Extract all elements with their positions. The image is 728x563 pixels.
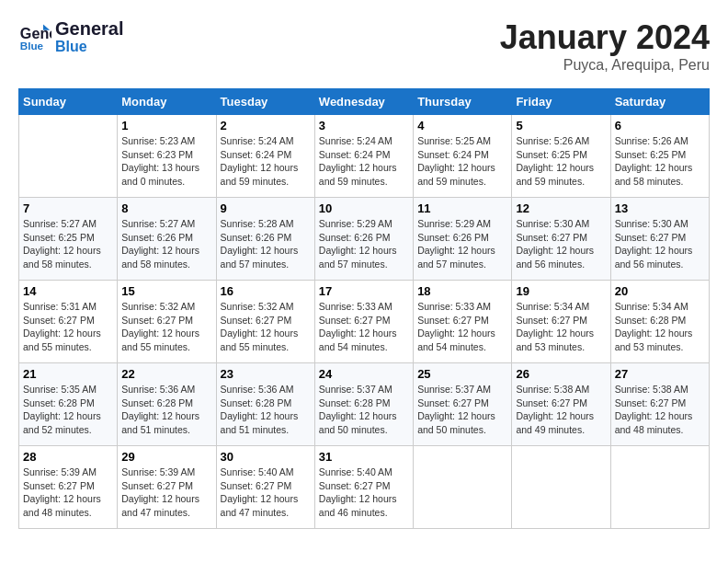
day-number: 14 [23,284,113,298]
calendar-cell: 21Sunrise: 5:35 AM Sunset: 6:28 PM Dayli… [19,363,118,446]
calendar-cell: 14Sunrise: 5:31 AM Sunset: 6:27 PM Dayli… [19,281,118,363]
calendar-cell: 30Sunrise: 5:40 AM Sunset: 6:27 PM Dayli… [216,446,314,529]
day-number: 1 [121,119,211,132]
day-number: 23 [221,367,311,381]
day-number: 27 [615,367,705,381]
calendar-cell: 13Sunrise: 5:30 AM Sunset: 6:27 PM Dayli… [610,198,709,281]
calendar-cell: 28Sunrise: 5:39 AM Sunset: 6:27 PM Dayli… [19,446,118,529]
page-header: General Blue General Blue January 2024 P… [18,18,710,74]
calendar-cell: 25Sunrise: 5:37 AM Sunset: 6:27 PM Dayli… [414,363,512,446]
day-number: 17 [319,284,409,298]
calendar-cell: 4Sunrise: 5:25 AM Sunset: 6:24 PM Daylig… [414,115,512,198]
calendar-cell [19,115,118,198]
day-number: 4 [417,119,507,132]
cell-info: Sunrise: 5:23 AM Sunset: 6:23 PM Dayligh… [121,134,211,189]
calendar-cell: 3Sunrise: 5:24 AM Sunset: 6:24 PM Daylig… [314,115,413,198]
calendar-cell: 12Sunrise: 5:30 AM Sunset: 6:27 PM Dayli… [512,198,610,281]
cell-info: Sunrise: 5:29 AM Sunset: 6:26 PM Dayligh… [417,217,507,271]
calendar-week-row: 21Sunrise: 5:35 AM Sunset: 6:28 PM Dayli… [19,363,710,446]
calendar-cell: 18Sunrise: 5:33 AM Sunset: 6:27 PM Dayli… [414,281,512,363]
day-number: 11 [417,201,507,215]
calendar-cell: 29Sunrise: 5:39 AM Sunset: 6:27 PM Dayli… [118,446,216,529]
calendar-week-row: 28Sunrise: 5:39 AM Sunset: 6:27 PM Dayli… [19,446,710,529]
day-number: 5 [516,119,606,132]
calendar-cell: 16Sunrise: 5:32 AM Sunset: 6:27 PM Dayli… [216,281,314,363]
calendar-week-row: 14Sunrise: 5:31 AM Sunset: 6:27 PM Dayli… [19,281,710,363]
day-of-week-header: Saturday [610,89,709,115]
logo-text-line1: General [55,18,123,39]
cell-info: Sunrise: 5:24 AM Sunset: 6:24 PM Dayligh… [221,134,311,189]
logo: General Blue General Blue [18,18,123,55]
calendar-cell: 19Sunrise: 5:34 AM Sunset: 6:27 PM Dayli… [512,281,610,363]
day-number: 30 [221,450,311,464]
cell-info: Sunrise: 5:34 AM Sunset: 6:27 PM Dayligh… [516,300,606,354]
calendar-cell: 17Sunrise: 5:33 AM Sunset: 6:27 PM Dayli… [314,281,413,363]
calendar-cell: 1Sunrise: 5:23 AM Sunset: 6:23 PM Daylig… [118,115,216,198]
calendar-cell: 2Sunrise: 5:24 AM Sunset: 6:24 PM Daylig… [216,115,314,198]
day-number: 26 [516,367,606,381]
calendar-cell: 11Sunrise: 5:29 AM Sunset: 6:26 PM Dayli… [414,198,512,281]
title-block: January 2024 Puyca, Arequipa, Peru [500,18,710,74]
day-of-week-header: Wednesday [314,89,413,115]
cell-info: Sunrise: 5:26 AM Sunset: 6:25 PM Dayligh… [516,134,606,189]
day-number: 29 [121,450,211,464]
cell-info: Sunrise: 5:28 AM Sunset: 6:26 PM Dayligh… [221,217,311,271]
day-number: 15 [121,284,211,298]
day-number: 31 [319,450,409,464]
cell-info: Sunrise: 5:25 AM Sunset: 6:24 PM Dayligh… [417,134,507,189]
calendar-cell: 20Sunrise: 5:34 AM Sunset: 6:28 PM Dayli… [610,281,709,363]
cell-info: Sunrise: 5:37 AM Sunset: 6:27 PM Dayligh… [417,383,507,437]
day-of-week-header: Thursday [414,89,512,115]
calendar-cell: 7Sunrise: 5:27 AM Sunset: 6:25 PM Daylig… [19,198,118,281]
header-row: SundayMondayTuesdayWednesdayThursdayFrid… [19,89,710,115]
day-of-week-header: Monday [118,89,216,115]
day-number: 16 [221,284,311,298]
day-number: 12 [516,201,606,215]
calendar-cell [512,446,610,529]
calendar-cell [414,446,512,529]
day-of-week-header: Friday [512,89,610,115]
calendar-cell: 15Sunrise: 5:32 AM Sunset: 6:27 PM Dayli… [118,281,216,363]
day-number: 19 [516,284,606,298]
calendar-week-row: 7Sunrise: 5:27 AM Sunset: 6:25 PM Daylig… [19,198,710,281]
calendar-body: 1Sunrise: 5:23 AM Sunset: 6:23 PM Daylig… [19,115,710,529]
day-number: 6 [615,119,705,132]
cell-info: Sunrise: 5:36 AM Sunset: 6:28 PM Dayligh… [221,383,311,437]
cell-info: Sunrise: 5:32 AM Sunset: 6:27 PM Dayligh… [121,300,211,354]
cell-info: Sunrise: 5:27 AM Sunset: 6:26 PM Dayligh… [121,217,211,271]
cell-info: Sunrise: 5:34 AM Sunset: 6:28 PM Dayligh… [615,300,705,354]
day-number: 13 [615,201,705,215]
day-number: 21 [23,367,113,381]
day-of-week-header: Sunday [19,89,118,115]
cell-info: Sunrise: 5:32 AM Sunset: 6:27 PM Dayligh… [221,300,311,354]
calendar-cell: 27Sunrise: 5:38 AM Sunset: 6:27 PM Dayli… [610,363,709,446]
calendar-cell: 5Sunrise: 5:26 AM Sunset: 6:25 PM Daylig… [512,115,610,198]
calendar-cell: 31Sunrise: 5:40 AM Sunset: 6:27 PM Dayli… [314,446,413,529]
day-number: 22 [121,367,211,381]
cell-info: Sunrise: 5:39 AM Sunset: 6:27 PM Dayligh… [23,465,113,520]
day-number: 7 [23,201,113,215]
day-number: 24 [319,367,409,381]
day-number: 18 [417,284,507,298]
logo-icon: General Blue [18,20,51,53]
page-subtitle: Puyca, Arequipa, Peru [500,57,710,74]
day-number: 3 [319,119,409,132]
calendar-cell: 10Sunrise: 5:29 AM Sunset: 6:26 PM Dayli… [314,198,413,281]
cell-info: Sunrise: 5:36 AM Sunset: 6:28 PM Dayligh… [121,383,211,437]
calendar-week-row: 1Sunrise: 5:23 AM Sunset: 6:23 PM Daylig… [19,115,710,198]
calendar-cell: 9Sunrise: 5:28 AM Sunset: 6:26 PM Daylig… [216,198,314,281]
calendar-cell: 26Sunrise: 5:38 AM Sunset: 6:27 PM Dayli… [512,363,610,446]
cell-info: Sunrise: 5:33 AM Sunset: 6:27 PM Dayligh… [417,300,507,354]
day-of-week-header: Tuesday [216,89,314,115]
cell-info: Sunrise: 5:26 AM Sunset: 6:25 PM Dayligh… [615,134,705,189]
cell-info: Sunrise: 5:40 AM Sunset: 6:27 PM Dayligh… [221,465,311,520]
calendar-header: SundayMondayTuesdayWednesdayThursdayFrid… [19,89,710,115]
day-number: 20 [615,284,705,298]
cell-info: Sunrise: 5:30 AM Sunset: 6:27 PM Dayligh… [516,217,606,271]
cell-info: Sunrise: 5:31 AM Sunset: 6:27 PM Dayligh… [23,300,113,354]
day-number: 8 [121,201,211,215]
cell-info: Sunrise: 5:39 AM Sunset: 6:27 PM Dayligh… [121,465,211,520]
cell-info: Sunrise: 5:33 AM Sunset: 6:27 PM Dayligh… [319,300,409,354]
day-number: 28 [23,450,113,464]
cell-info: Sunrise: 5:38 AM Sunset: 6:27 PM Dayligh… [516,383,606,437]
